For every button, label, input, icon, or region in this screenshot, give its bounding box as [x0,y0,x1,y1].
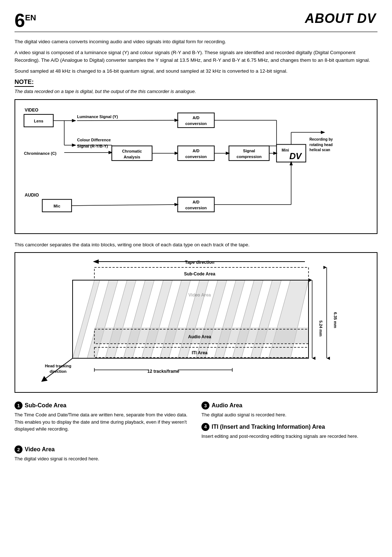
page-number: 6EN [15,11,36,30]
iti-heading: 4 ITI (Insert and Tracking Information) … [201,423,377,431]
intro-para-3: Sound sampled at 48 kHz is changed to a … [15,68,377,75]
svg-text:Sub-Code Area: Sub-Code Area [184,271,216,277]
iti-title: ITI (Insert and Tracking Information) Ar… [212,424,325,430]
sub-code-title: Sub-Code Area [25,402,66,409]
svg-line-46 [72,205,177,206]
svg-text:5.24 mm: 5.24 mm [319,320,323,336]
title-area: ABOUT DV [305,11,377,26]
svg-text:conversion: conversion [185,154,207,159]
section-audio: 3 Audio Area The digital audio signal is… [201,401,377,440]
video-heading: 2 Video Area [15,445,191,453]
svg-line-11 [77,120,177,121]
main-title: ABOUT DV [305,11,377,26]
flow-diagram-svg: VIDEO AUDIO Lens Luminance Signal (Y) A/… [20,104,372,227]
svg-text:helical scan: helical scan [310,148,330,152]
svg-text:conversion: conversion [185,206,207,210]
intro-para-2: A video signal is composed of a luminanc… [15,49,377,64]
svg-text:A/D: A/D [192,200,199,204]
circle-num-3: 3 [201,401,209,409]
video-title: Video Area [25,446,55,453]
svg-text:Chromatic: Chromatic [122,149,142,153]
page-num-digit: 6 [15,10,25,31]
svg-text:Signal: Signal [243,149,255,153]
diagram1: VIDEO AUDIO Lens Luminance Signal (Y) A/… [15,99,377,234]
svg-text:Analysis: Analysis [124,155,140,159]
bottom-sections: 1 Sub-Code Area The Time Code and Date/T… [15,401,377,463]
svg-text:Audio Area: Audio Area [188,334,211,339]
svg-text:Head tracking: Head tracking [45,364,72,368]
note-text: The data recorded on a tape is digital, … [15,88,377,95]
svg-text:Mini: Mini [282,148,289,152]
svg-text:conversion: conversion [185,121,207,126]
svg-text:Colour Difference: Colour Difference [77,138,111,142]
page-suffix: EN [25,13,36,22]
section-sub-code: 1 Sub-Code Area The Time Code and Date/T… [15,401,191,440]
svg-text:Lens: Lens [34,119,43,123]
circle-num-1: 1 [15,401,23,409]
sub-code-text: The Time Code and Date/Time data are wri… [15,411,191,433]
svg-text:Recording by: Recording by [310,138,333,142]
circle-num-2: 2 [15,445,23,453]
svg-text:direction: direction [50,369,67,374]
tape-diagram-svg: Tape direction Sub-Code Area Video Area [19,257,373,387]
svg-text:A/D: A/D [192,149,199,153]
svg-text:DV: DV [289,151,302,161]
svg-text:Signal (R-Y/B-Y): Signal (R-Y/B-Y) [77,144,108,148]
svg-text:Tape direction: Tape direction [185,260,214,265]
circle-num-4: 4 [201,423,209,431]
svg-line-85 [44,358,73,380]
svg-text:AUDIO: AUDIO [25,193,39,198]
audio-title: Audio Area [212,402,242,409]
intro-tape-text: This camcorder separates the data into b… [15,241,377,249]
note-heading: NOTE: [15,78,34,87]
svg-text:ITI Area: ITI Area [192,350,208,355]
svg-text:Chrominance (C): Chrominance (C) [24,151,57,156]
diagram2: Tape direction Sub-Code Area Video Area [15,252,377,393]
svg-text:rotating head: rotating head [310,143,333,147]
section-video: 2 Video Area The digital video signal is… [15,445,191,463]
intro-para-1: The digital video camera converts incomi… [15,38,377,45]
sub-code-heading: 1 Sub-Code Area [15,401,191,409]
audio-heading: 3 Audio Area [201,401,377,409]
note-section: NOTE: The data recorded on a tape is dig… [15,78,377,95]
svg-text:12 tracks/frame: 12 tracks/frame [147,369,179,374]
svg-text:6.35 mm: 6.35 mm [333,312,338,328]
svg-text:A/D: A/D [192,116,199,120]
svg-text:Mic: Mic [54,204,60,208]
svg-text:compression: compression [237,154,262,159]
audio-text: The digital audio signal is recorded her… [201,411,377,419]
video-text: The digital video signal is recorded her… [15,455,191,463]
iti-text: Insert editing and post-recording editin… [201,433,377,440]
page-header: 6EN ABOUT DV [15,11,377,32]
svg-text:VIDEO: VIDEO [25,108,38,113]
svg-text:Luminance Signal (Y): Luminance Signal (Y) [77,114,118,119]
